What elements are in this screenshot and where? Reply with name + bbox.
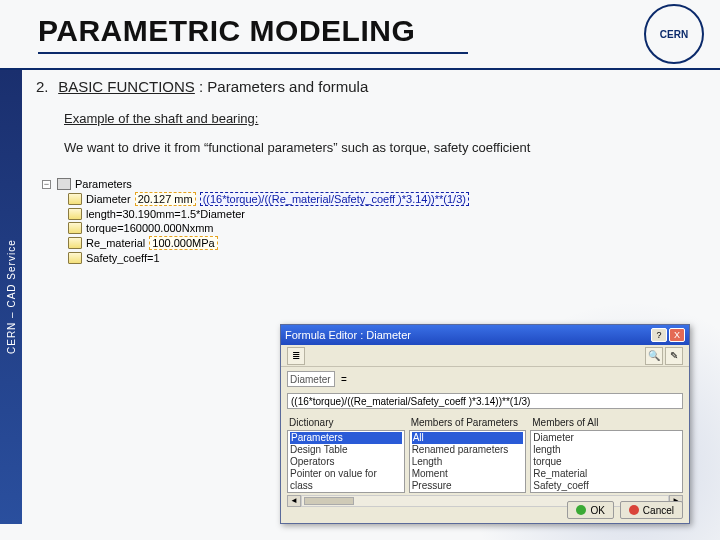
members-params-column: Members of Parameters All Renamed parame… [409,415,527,493]
param-label: torque=160000.000Nxmm [86,222,214,234]
tree-node-re-material[interactable]: Re_material 100.000MPa [68,235,696,251]
param-label: length=30.190mm=1.5*Diameter [86,208,245,220]
list-item[interactable]: RC Manufacturing [290,492,402,493]
folder-icon [57,178,71,190]
list-item[interactable]: Operators [290,456,402,468]
param-icon [68,222,82,234]
param-icon [68,208,82,220]
diameter-value-highlight: 20.127 mm [135,192,196,206]
cern-logo: CERN [644,4,704,64]
members-all-header: Members of All [530,415,683,430]
list-item[interactable]: All [412,432,524,444]
list-item[interactable]: torque [533,456,680,468]
slide: PARAMETRIC MODELING CERN CERN – CAD Serv… [0,0,720,540]
dictionary-list[interactable]: Parameters Design Table Operators Pointe… [287,430,405,493]
tree-node-diameter[interactable]: Diameter 20.127 mm ((16*torque)/((Re_mat… [68,191,696,207]
title-underline [38,52,468,54]
list-item[interactable]: Length [412,456,524,468]
help-button[interactable]: ? [651,328,667,342]
list-item[interactable]: Diameter [533,432,680,444]
tree-node-safety[interactable]: Safety_coeff=1 [68,251,696,265]
scroll-thumb[interactable] [304,497,354,505]
list-item[interactable]: Safety_coeff [533,480,680,492]
name-row: = [281,367,689,391]
window-title: Formula Editor : Diameter [285,329,411,341]
parameters-tree: − Parameters Diameter 20.127 mm ((16*tor… [42,177,696,265]
list-item[interactable]: length [533,444,680,456]
section-rest: : Parameters and formula [195,78,368,95]
toolbar-icon-inspect[interactable]: 🔍 [645,347,663,365]
formula-editor-window: Formula Editor : Diameter ? X ≣ 🔍 ✎ = Di… [280,324,690,524]
members-all-list[interactable]: Diameter length torque Re_material Safet… [530,430,683,493]
dictionary-header: Dictionary [287,415,405,430]
header: PARAMETRIC MODELING CERN [0,0,720,70]
param-label: Safety_coeff=1 [86,252,160,264]
description-text: We want to drive it from “functional par… [64,140,696,155]
content: 2. BASIC FUNCTIONS : Parameters and form… [36,78,696,265]
tree-root[interactable]: − Parameters [42,177,696,191]
list-item[interactable]: Real [412,492,524,493]
equals-label: = [341,374,347,385]
param-icon [68,193,82,205]
re-value-highlight: 100.000MPa [149,236,217,250]
section-heading: 2. BASIC FUNCTIONS : Parameters and form… [36,78,696,95]
cancel-label: Cancel [643,505,674,516]
tree-root-label: Parameters [75,178,132,190]
dictionary-column: Dictionary Parameters Design Table Opera… [287,415,405,493]
page-title: PARAMETRIC MODELING [38,14,415,48]
list-item[interactable]: Re_material [533,468,680,480]
tree-node-length[interactable]: length=30.190mm=1.5*Diameter [68,207,696,221]
picker-columns: Dictionary Parameters Design Table Opera… [281,415,689,493]
example-heading: Example of the shaft and bearing: [64,111,696,126]
ok-label: OK [590,505,604,516]
parameter-name-input[interactable] [287,371,335,387]
members-params-header: Members of Parameters [409,415,527,430]
window-buttons: ? X [651,328,685,342]
tree-node-torque[interactable]: torque=160000.000Nxmm [68,221,696,235]
members-all-column: Members of All Diameter length torque Re… [530,415,683,493]
toolbar-icon-left[interactable]: ≣ [287,347,305,365]
section-number: 2. [36,78,54,95]
close-button[interactable]: X [669,328,685,342]
diameter-formula-highlight: ((16*torque)/((Re_material/Safety_coeff … [200,192,469,206]
param-label: Re_material [86,237,145,249]
scroll-left-icon[interactable]: ◄ [287,495,301,507]
cancel-button[interactable]: Cancel [620,501,683,519]
list-item[interactable]: Design Table [290,444,402,456]
collapse-icon[interactable]: − [42,180,51,189]
formula-input[interactable] [287,393,683,409]
toolbar-icon-edit[interactable]: ✎ [665,347,683,365]
members-params-list[interactable]: All Renamed parameters Length Moment Pre… [409,430,527,493]
param-icon [68,237,82,249]
section-underlined: BASIC FUNCTIONS [58,78,195,95]
left-sidebar-label: CERN – CAD Service [0,70,22,524]
list-item[interactable]: Renamed parameters [412,444,524,456]
list-item[interactable]: Pressure [412,480,524,492]
list-item[interactable]: Parameters [290,432,402,444]
dialog-buttons: OK Cancel [567,501,683,519]
ok-button[interactable]: OK [567,501,613,519]
window-titlebar[interactable]: Formula Editor : Diameter ? X [281,325,689,345]
param-label: Diameter [86,193,131,205]
list-item[interactable]: Relations\Formula.1\Activity [533,492,680,493]
list-item[interactable]: Pointer on value for class [290,468,402,492]
list-item[interactable]: Moment [412,468,524,480]
editor-toolbar: ≣ 🔍 ✎ [281,345,689,367]
formula-row [281,391,689,415]
param-icon [68,252,82,264]
